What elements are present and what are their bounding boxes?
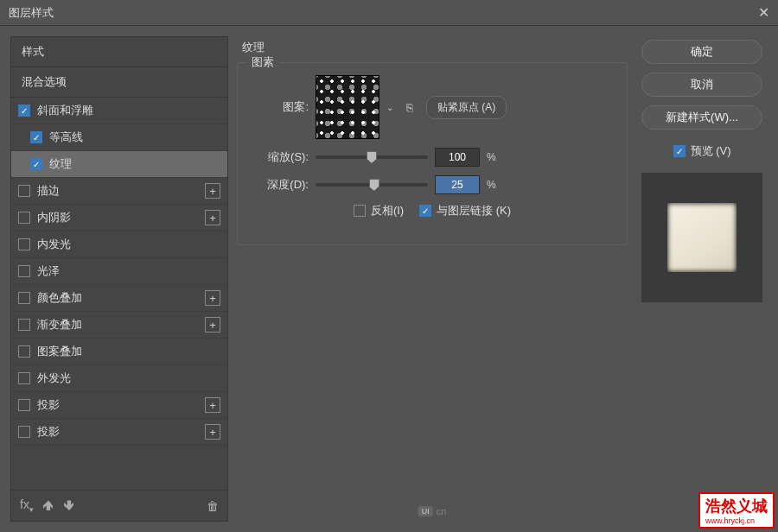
fx-menu-icon[interactable]: fx▾ — [20, 497, 34, 514]
add-effect-icon[interactable]: + — [205, 290, 220, 306]
group-legend: 图素 — [246, 54, 279, 70]
settings-panel: 纹理 图素 图案: ⌄ ⎘ 贴紧原点 (A) 缩放(S): % 深度(D): % — [237, 36, 628, 522]
effect-label: 描边 — [37, 183, 205, 199]
arrow-down-icon[interactable]: 🡻 — [63, 499, 75, 513]
effect-checkbox[interactable]: ✓ — [18, 104, 30, 117]
dialog-title: 图层样式 — [9, 5, 54, 21]
effect-checkbox[interactable] — [18, 345, 30, 358]
effect-checkbox[interactable] — [18, 212, 30, 224]
effect-label: 纹理 — [49, 156, 220, 172]
panel-title: 纹理 — [237, 36, 628, 59]
effect-label: 等高线 — [49, 130, 220, 145]
preview-tile — [667, 203, 737, 272]
effect-row-1[interactable]: ✓等高线 — [11, 124, 227, 151]
depth-row: 深度(D): % — [253, 175, 611, 194]
link-checkbox[interactable]: ✓ 与图层链接 (K) — [419, 203, 511, 218]
pattern-label: 图案: — [253, 99, 309, 115]
action-column: 确定 取消 新建样式(W)... ✓ 预览 (V) — [636, 36, 768, 522]
effect-row-12[interactable]: 投影+ — [11, 419, 227, 446]
new-style-button[interactable]: 新建样式(W)... — [641, 105, 762, 130]
depth-unit: % — [487, 179, 496, 191]
invert-checkbox[interactable]: 反相(I) — [354, 203, 404, 218]
effect-label: 内阴影 — [37, 210, 205, 225]
snap-origin-button[interactable]: 贴紧原点 (A) — [426, 96, 507, 119]
effect-row-4[interactable]: 内阴影+ — [11, 205, 227, 231]
trash-icon[interactable]: 🗑 — [207, 499, 219, 513]
cancel-button[interactable]: 取消 — [641, 73, 762, 97]
scale-label: 缩放(S): — [253, 149, 309, 165]
effect-label: 颜色叠加 — [37, 290, 205, 306]
preview-box — [641, 173, 762, 302]
effect-label: 投影 — [37, 397, 205, 413]
effect-row-2[interactable]: ✓纹理 — [11, 151, 227, 178]
effect-label: 投影 — [37, 424, 205, 440]
effect-checkbox[interactable] — [18, 265, 30, 277]
pattern-swatch[interactable] — [316, 75, 379, 139]
depth-label: 深度(D): — [253, 177, 309, 193]
close-icon[interactable]: ✕ — [758, 4, 769, 21]
effects-list: ✓斜面和浮雕✓等高线✓纹理描边+内阴影+内发光光泽颜色叠加+渐变叠加+图案叠加外… — [11, 98, 227, 490]
watermark: 浩然义城 www.hryckj.cn — [698, 492, 775, 529]
arrow-up-icon[interactable]: 🡹 — [42, 499, 54, 513]
effect-checkbox[interactable] — [18, 372, 30, 384]
invert-check-icon — [354, 205, 366, 217]
checkbox-row: 反相(I) ✓ 与图层链接 (K) — [253, 203, 611, 218]
add-effect-icon[interactable]: + — [205, 210, 220, 225]
effect-row-8[interactable]: 渐变叠加+ — [11, 312, 227, 339]
scale-slider[interactable] — [316, 155, 428, 159]
effect-checkbox[interactable] — [18, 426, 30, 438]
effect-checkbox[interactable] — [18, 399, 30, 411]
scale-input[interactable] — [435, 148, 480, 167]
effect-row-0[interactable]: ✓斜面和浮雕 — [11, 98, 227, 124]
title-bar: 图层样式 ✕ — [0, 0, 778, 26]
effect-row-3[interactable]: 描边+ — [11, 178, 227, 205]
link-check-icon: ✓ — [419, 205, 431, 217]
effect-row-11[interactable]: 投影+ — [11, 392, 227, 419]
effect-checkbox[interactable] — [18, 238, 30, 250]
effect-row-9[interactable]: 图案叠加 — [11, 339, 227, 365]
effect-label: 内发光 — [37, 237, 220, 252]
effect-checkbox[interactable] — [18, 185, 30, 197]
invert-label: 反相(I) — [371, 203, 404, 218]
effect-label: 光泽 — [37, 263, 220, 279]
effect-row-5[interactable]: 内发光 — [11, 231, 227, 258]
effect-label: 图案叠加 — [37, 344, 220, 359]
styles-header[interactable]: 样式 — [11, 37, 227, 67]
link-label: 与图层链接 (K) — [437, 203, 511, 218]
preview-checkbox[interactable]: ✓ 预览 (V) — [673, 143, 731, 159]
effect-row-10[interactable]: 外发光 — [11, 365, 227, 392]
effect-label: 外发光 — [37, 370, 220, 386]
effect-row-7[interactable]: 颜色叠加+ — [11, 285, 227, 312]
effect-checkbox[interactable] — [18, 292, 30, 304]
add-effect-icon[interactable]: + — [205, 397, 220, 413]
styles-sidebar: 样式 混合选项 ✓斜面和浮雕✓等高线✓纹理描边+内阴影+内发光光泽颜色叠加+渐变… — [10, 36, 228, 522]
ok-button[interactable]: 确定 — [641, 40, 762, 64]
add-effect-icon[interactable]: + — [205, 317, 220, 332]
add-effect-icon[interactable]: + — [205, 183, 220, 199]
ui-logo: UI cn — [418, 506, 447, 516]
scale-row: 缩放(S): % — [253, 148, 611, 167]
add-effect-icon[interactable]: + — [205, 424, 220, 440]
scale-unit: % — [487, 151, 496, 163]
elements-group: 图素 图案: ⌄ ⎘ 贴紧原点 (A) 缩放(S): % 深度(D): % — [237, 62, 628, 245]
depth-slider[interactable] — [316, 183, 428, 187]
blend-options-header[interactable]: 混合选项 — [11, 67, 227, 98]
depth-input[interactable] — [435, 175, 480, 194]
preview-check-icon: ✓ — [673, 145, 686, 157]
effect-label: 渐变叠加 — [37, 317, 205, 332]
effect-checkbox[interactable]: ✓ — [30, 131, 42, 143]
pattern-row: 图案: ⌄ ⎘ 贴紧原点 (A) — [253, 75, 611, 139]
preview-label: 预览 (V) — [691, 143, 731, 159]
effect-checkbox[interactable] — [18, 319, 30, 331]
main-area: 样式 混合选项 ✓斜面和浮雕✓等高线✓纹理描边+内阴影+内发光光泽颜色叠加+渐变… — [0, 26, 778, 532]
sidebar-footer: fx▾ 🡹 🡻 🗑 — [11, 490, 227, 521]
effect-row-6[interactable]: 光泽 — [11, 258, 227, 285]
pattern-dropdown-icon[interactable]: ⌄ — [386, 103, 393, 112]
new-preset-icon[interactable]: ⎘ — [400, 98, 419, 117]
effect-checkbox[interactable]: ✓ — [30, 158, 42, 170]
effect-label: 斜面和浮雕 — [37, 103, 220, 118]
